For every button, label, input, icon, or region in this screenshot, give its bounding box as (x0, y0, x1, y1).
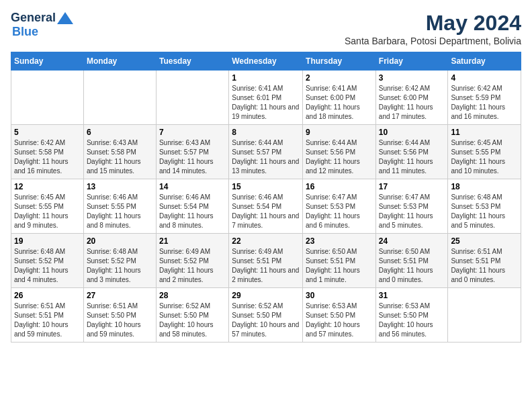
calendar-week-row: 26Sunrise: 6:51 AM Sunset: 5:51 PM Dayli… (11, 288, 521, 342)
calendar-body: 1Sunrise: 6:41 AM Sunset: 6:01 PM Daylig… (11, 71, 521, 342)
day-info: Sunrise: 6:42 AM Sunset: 5:58 PM Dayligh… (14, 138, 81, 176)
calendar-cell: 6Sunrise: 6:43 AM Sunset: 5:58 PM Daylig… (83, 125, 156, 179)
calendar-cell: 20Sunrise: 6:48 AM Sunset: 5:52 PM Dayli… (83, 234, 156, 288)
day-number: 26 (14, 291, 81, 300)
calendar-cell: 21Sunrise: 6:49 AM Sunset: 5:52 PM Dayli… (156, 234, 228, 288)
calendar-cell: 19Sunrise: 6:48 AM Sunset: 5:52 PM Dayli… (11, 234, 84, 288)
day-number: 24 (379, 236, 445, 246)
day-info: Sunrise: 6:44 AM Sunset: 5:56 PM Dayligh… (306, 138, 373, 176)
day-number: 27 (87, 291, 153, 300)
calendar-cell: 12Sunrise: 6:45 AM Sunset: 5:55 PM Dayli… (11, 179, 84, 234)
day-info: Sunrise: 6:47 AM Sunset: 5:53 PM Dayligh… (379, 193, 445, 230)
day-info: Sunrise: 6:53 AM Sunset: 5:50 PM Dayligh… (306, 302, 373, 339)
calendar-cell: 28Sunrise: 6:52 AM Sunset: 5:50 PM Dayli… (156, 288, 228, 342)
logo-blue: Blue (12, 25, 38, 39)
calendar-cell (83, 71, 156, 125)
svg-marker-0 (57, 12, 73, 24)
day-info: Sunrise: 6:48 AM Sunset: 5:53 PM Dayligh… (451, 193, 518, 230)
calendar-week-row: 12Sunrise: 6:45 AM Sunset: 5:55 PM Dayli… (11, 179, 521, 234)
calendar-cell: 23Sunrise: 6:50 AM Sunset: 5:51 PM Dayli… (303, 234, 376, 288)
day-number: 23 (306, 236, 373, 246)
day-info: Sunrise: 6:53 AM Sunset: 5:50 PM Dayligh… (379, 302, 445, 339)
day-info: Sunrise: 6:44 AM Sunset: 5:57 PM Dayligh… (232, 138, 300, 176)
day-info: Sunrise: 6:51 AM Sunset: 5:51 PM Dayligh… (14, 302, 81, 339)
calendar-cell: 7Sunrise: 6:43 AM Sunset: 5:57 PM Daylig… (156, 125, 228, 179)
calendar-cell (156, 71, 228, 125)
calendar-cell: 29Sunrise: 6:52 AM Sunset: 5:50 PM Dayli… (229, 288, 303, 342)
calendar-cell: 31Sunrise: 6:53 AM Sunset: 5:50 PM Dayli… (375, 288, 448, 342)
day-of-week-header: Monday (83, 52, 156, 71)
calendar-cell: 24Sunrise: 6:50 AM Sunset: 5:51 PM Dayli… (375, 234, 448, 288)
day-of-week-header: Tuesday (156, 52, 228, 71)
calendar-week-row: 1Sunrise: 6:41 AM Sunset: 6:01 PM Daylig… (11, 71, 521, 125)
day-number: 31 (379, 291, 445, 300)
calendar-cell: 11Sunrise: 6:45 AM Sunset: 5:55 PM Dayli… (448, 125, 521, 179)
day-number: 30 (306, 291, 373, 300)
day-info: Sunrise: 6:51 AM Sunset: 5:51 PM Dayligh… (451, 247, 518, 285)
calendar-week-row: 19Sunrise: 6:48 AM Sunset: 5:52 PM Dayli… (11, 234, 521, 288)
day-info: Sunrise: 6:42 AM Sunset: 6:00 PM Dayligh… (379, 84, 445, 122)
day-number: 22 (232, 236, 300, 246)
calendar-cell: 13Sunrise: 6:46 AM Sunset: 5:55 PM Dayli… (83, 179, 156, 234)
day-number: 16 (306, 182, 373, 191)
calendar-cell: 15Sunrise: 6:46 AM Sunset: 5:54 PM Dayli… (229, 179, 303, 234)
day-number: 5 (14, 128, 81, 137)
day-info: Sunrise: 6:45 AM Sunset: 5:55 PM Dayligh… (451, 138, 518, 176)
calendar-cell: 3Sunrise: 6:42 AM Sunset: 6:00 PM Daylig… (375, 71, 448, 125)
day-info: Sunrise: 6:41 AM Sunset: 6:01 PM Dayligh… (232, 84, 300, 122)
day-info: Sunrise: 6:48 AM Sunset: 5:52 PM Dayligh… (14, 247, 81, 285)
day-info: Sunrise: 6:46 AM Sunset: 5:54 PM Dayligh… (159, 193, 226, 230)
day-number: 7 (159, 128, 226, 137)
day-number: 11 (451, 128, 518, 137)
calendar: SundayMondayTuesdayWednesdayThursdayFrid… (11, 52, 521, 342)
day-of-week-header: Saturday (448, 52, 521, 71)
day-number: 25 (451, 236, 518, 246)
day-number: 9 (306, 128, 373, 137)
calendar-header: SundayMondayTuesdayWednesdayThursdayFrid… (11, 52, 521, 71)
calendar-cell: 1Sunrise: 6:41 AM Sunset: 6:01 PM Daylig… (229, 71, 303, 125)
day-of-week-header: Sunday (11, 52, 84, 71)
calendar-cell: 17Sunrise: 6:47 AM Sunset: 5:53 PM Dayli… (375, 179, 448, 234)
day-of-week-header: Wednesday (229, 52, 303, 71)
calendar-cell: 16Sunrise: 6:47 AM Sunset: 5:53 PM Dayli… (303, 179, 376, 234)
calendar-cell: 30Sunrise: 6:53 AM Sunset: 5:50 PM Dayli… (303, 288, 376, 342)
calendar-cell: 4Sunrise: 6:42 AM Sunset: 5:59 PM Daylig… (448, 71, 521, 125)
calendar-cell: 9Sunrise: 6:44 AM Sunset: 5:56 PM Daylig… (303, 125, 376, 179)
day-number: 2 (306, 73, 373, 83)
day-number: 20 (87, 236, 153, 246)
day-number: 17 (379, 182, 445, 191)
calendar-cell: 2Sunrise: 6:41 AM Sunset: 6:00 PM Daylig… (303, 71, 376, 125)
day-info: Sunrise: 6:43 AM Sunset: 5:58 PM Dayligh… (87, 138, 153, 176)
day-number: 29 (232, 291, 300, 300)
day-info: Sunrise: 6:49 AM Sunset: 5:51 PM Dayligh… (232, 247, 300, 285)
logo: General Blue (11, 11, 73, 39)
day-of-week-header: Thursday (303, 52, 376, 71)
day-number: 13 (87, 182, 153, 191)
day-number: 19 (14, 236, 81, 246)
day-number: 15 (232, 182, 300, 191)
day-info: Sunrise: 6:43 AM Sunset: 5:57 PM Dayligh… (159, 138, 226, 176)
calendar-cell: 18Sunrise: 6:48 AM Sunset: 5:53 PM Dayli… (448, 179, 521, 234)
calendar-cell: 8Sunrise: 6:44 AM Sunset: 5:57 PM Daylig… (229, 125, 303, 179)
day-number: 21 (159, 236, 226, 246)
day-number: 10 (379, 128, 445, 137)
day-number: 18 (451, 182, 518, 191)
day-info: Sunrise: 6:51 AM Sunset: 5:50 PM Dayligh… (87, 302, 153, 339)
logo-general: General (11, 11, 56, 25)
day-number: 1 (232, 73, 300, 83)
day-number: 6 (87, 128, 153, 137)
title-area: May 2024 Santa Barbara, Potosi Departmen… (345, 11, 521, 46)
day-info: Sunrise: 6:50 AM Sunset: 5:51 PM Dayligh… (379, 247, 445, 285)
calendar-cell: 5Sunrise: 6:42 AM Sunset: 5:58 PM Daylig… (11, 125, 84, 179)
logo-icon (57, 12, 73, 24)
calendar-cell: 25Sunrise: 6:51 AM Sunset: 5:51 PM Dayli… (448, 234, 521, 288)
day-number: 3 (379, 73, 445, 83)
calendar-cell: 10Sunrise: 6:44 AM Sunset: 5:56 PM Dayli… (375, 125, 448, 179)
day-number: 8 (232, 128, 300, 137)
calendar-cell: 26Sunrise: 6:51 AM Sunset: 5:51 PM Dayli… (11, 288, 84, 342)
day-of-week-header: Friday (375, 52, 448, 71)
day-number: 4 (451, 73, 518, 83)
day-info: Sunrise: 6:48 AM Sunset: 5:52 PM Dayligh… (87, 247, 153, 285)
day-number: 14 (159, 182, 226, 191)
calendar-cell (448, 288, 521, 342)
